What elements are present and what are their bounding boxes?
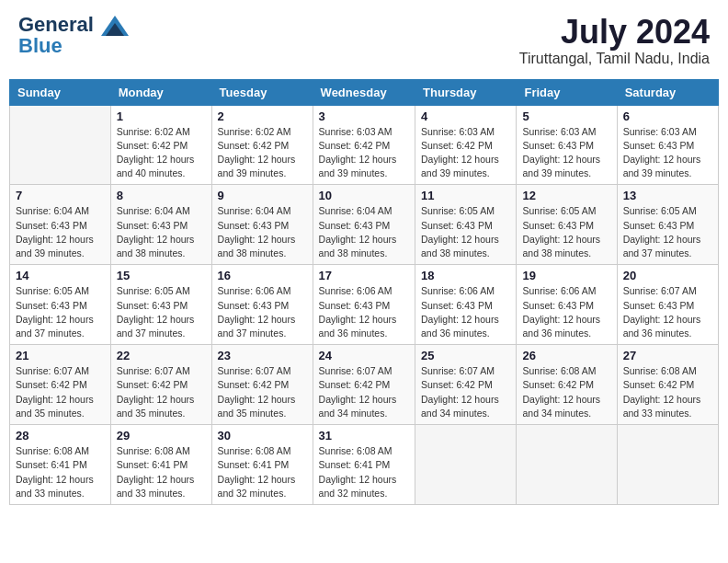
calendar-cell: 1Sunrise: 6:02 AMSunset: 6:42 PMDaylight… [110, 105, 211, 185]
calendar-cell: 19Sunrise: 6:06 AMSunset: 6:43 PMDayligh… [517, 265, 617, 345]
day-number: 11 [421, 189, 510, 202]
day-number: 15 [117, 269, 206, 282]
location-title: Tiruttangal, Tamil Nadu, India [519, 51, 710, 67]
calendar-cell: 6Sunrise: 6:03 AMSunset: 6:43 PMDaylight… [617, 105, 718, 185]
calendar-cell [10, 105, 111, 185]
day-detail: Sunrise: 6:02 AMSunset: 6:42 PMDaylight:… [218, 125, 307, 181]
day-detail: Sunrise: 6:08 AMSunset: 6:41 PMDaylight:… [218, 444, 307, 500]
day-number: 21 [16, 349, 105, 362]
day-number: 9 [218, 189, 307, 202]
day-detail: Sunrise: 6:02 AMSunset: 6:42 PMDaylight:… [117, 125, 206, 181]
calendar-cell: 25Sunrise: 6:07 AMSunset: 6:42 PMDayligh… [415, 345, 517, 425]
calendar-week-row: 1Sunrise: 6:02 AMSunset: 6:42 PMDaylight… [10, 105, 719, 185]
day-detail: Sunrise: 6:07 AMSunset: 6:42 PMDaylight:… [319, 364, 409, 420]
calendar-cell: 24Sunrise: 6:07 AMSunset: 6:42 PMDayligh… [313, 345, 415, 425]
weekday-header-thursday: Thursday [415, 79, 517, 105]
logo: General Blue [18, 14, 129, 56]
logo-blue: Blue [18, 36, 129, 56]
day-number: 25 [421, 349, 510, 362]
day-number: 13 [623, 189, 712, 202]
calendar-week-row: 21Sunrise: 6:07 AMSunset: 6:42 PMDayligh… [10, 345, 719, 425]
day-detail: Sunrise: 6:05 AMSunset: 6:43 PMDaylight:… [117, 284, 206, 340]
day-detail: Sunrise: 6:08 AMSunset: 6:41 PMDaylight:… [117, 444, 206, 500]
weekday-header-wednesday: Wednesday [313, 79, 415, 105]
day-number: 29 [117, 429, 206, 442]
calendar-cell: 28Sunrise: 6:08 AMSunset: 6:41 PMDayligh… [10, 425, 111, 505]
calendar-cell: 16Sunrise: 6:06 AMSunset: 6:43 PMDayligh… [211, 265, 313, 345]
day-number: 31 [319, 429, 409, 442]
day-number: 1 [117, 109, 206, 123]
calendar-week-row: 7Sunrise: 6:04 AMSunset: 6:43 PMDaylight… [10, 185, 719, 265]
calendar-cell [617, 425, 718, 505]
day-detail: Sunrise: 6:05 AMSunset: 6:43 PMDaylight:… [522, 204, 610, 260]
calendar-table: SundayMondayTuesdayWednesdayThursdayFrid… [9, 79, 719, 505]
day-number: 16 [218, 269, 307, 282]
day-number: 3 [319, 109, 409, 123]
day-number: 28 [16, 429, 105, 442]
day-number: 2 [218, 109, 307, 123]
calendar-cell: 11Sunrise: 6:05 AMSunset: 6:43 PMDayligh… [415, 185, 517, 265]
day-number: 18 [421, 269, 510, 282]
logo-text: General [18, 14, 129, 36]
calendar-cell: 13Sunrise: 6:05 AMSunset: 6:43 PMDayligh… [617, 185, 718, 265]
day-detail: Sunrise: 6:05 AMSunset: 6:43 PMDaylight:… [623, 204, 712, 260]
calendar-cell: 27Sunrise: 6:08 AMSunset: 6:42 PMDayligh… [617, 345, 718, 425]
day-number: 6 [623, 109, 712, 123]
day-detail: Sunrise: 6:08 AMSunset: 6:42 PMDaylight:… [522, 364, 610, 420]
calendar-cell: 20Sunrise: 6:07 AMSunset: 6:43 PMDayligh… [617, 265, 718, 345]
calendar-week-row: 14Sunrise: 6:05 AMSunset: 6:43 PMDayligh… [10, 265, 719, 345]
calendar-cell [517, 425, 617, 505]
day-detail: Sunrise: 6:04 AMSunset: 6:43 PMDaylight:… [117, 204, 206, 260]
calendar-cell: 14Sunrise: 6:05 AMSunset: 6:43 PMDayligh… [10, 265, 111, 345]
day-number: 4 [421, 109, 510, 123]
calendar-cell: 7Sunrise: 6:04 AMSunset: 6:43 PMDaylight… [10, 185, 111, 265]
calendar-cell: 18Sunrise: 6:06 AMSunset: 6:43 PMDayligh… [415, 265, 517, 345]
day-detail: Sunrise: 6:08 AMSunset: 6:42 PMDaylight:… [623, 364, 712, 420]
weekday-header-saturday: Saturday [617, 79, 718, 105]
calendar-cell: 4Sunrise: 6:03 AMSunset: 6:42 PMDaylight… [415, 105, 517, 185]
day-detail: Sunrise: 6:07 AMSunset: 6:42 PMDaylight:… [218, 364, 307, 420]
calendar-cell [415, 425, 517, 505]
day-detail: Sunrise: 6:07 AMSunset: 6:42 PMDaylight:… [117, 364, 206, 420]
weekday-header-tuesday: Tuesday [211, 79, 313, 105]
day-detail: Sunrise: 6:07 AMSunset: 6:43 PMDaylight:… [623, 284, 712, 340]
calendar-cell: 30Sunrise: 6:08 AMSunset: 6:41 PMDayligh… [211, 425, 313, 505]
day-number: 8 [117, 189, 206, 202]
calendar-cell: 15Sunrise: 6:05 AMSunset: 6:43 PMDayligh… [110, 265, 211, 345]
day-detail: Sunrise: 6:08 AMSunset: 6:41 PMDaylight:… [319, 444, 409, 500]
day-number: 10 [319, 189, 409, 202]
calendar-cell: 3Sunrise: 6:03 AMSunset: 6:42 PMDaylight… [313, 105, 415, 185]
month-title: July 2024 [519, 14, 710, 51]
weekday-header-monday: Monday [110, 79, 211, 105]
page-header: General Blue July 2024 Tiruttangal, Tami… [9, 9, 719, 72]
day-number: 24 [319, 349, 409, 362]
calendar-cell: 17Sunrise: 6:06 AMSunset: 6:43 PMDayligh… [313, 265, 415, 345]
calendar-cell: 2Sunrise: 6:02 AMSunset: 6:42 PMDaylight… [211, 105, 313, 185]
day-detail: Sunrise: 6:06 AMSunset: 6:43 PMDaylight:… [218, 284, 307, 340]
day-detail: Sunrise: 6:07 AMSunset: 6:42 PMDaylight:… [421, 364, 510, 420]
day-detail: Sunrise: 6:06 AMSunset: 6:43 PMDaylight:… [319, 284, 409, 340]
day-number: 19 [522, 269, 610, 282]
day-number: 20 [623, 269, 712, 282]
title-area: July 2024 Tiruttangal, Tamil Nadu, India [519, 14, 710, 67]
day-number: 26 [522, 349, 610, 362]
day-detail: Sunrise: 6:04 AMSunset: 6:43 PMDaylight:… [218, 204, 307, 260]
day-number: 7 [16, 189, 105, 202]
calendar-cell: 5Sunrise: 6:03 AMSunset: 6:43 PMDaylight… [517, 105, 617, 185]
calendar-cell: 26Sunrise: 6:08 AMSunset: 6:42 PMDayligh… [517, 345, 617, 425]
weekday-header-sunday: Sunday [10, 79, 111, 105]
calendar-cell: 23Sunrise: 6:07 AMSunset: 6:42 PMDayligh… [211, 345, 313, 425]
day-number: 12 [522, 189, 610, 202]
calendar-cell: 10Sunrise: 6:04 AMSunset: 6:43 PMDayligh… [313, 185, 415, 265]
day-detail: Sunrise: 6:03 AMSunset: 6:43 PMDaylight:… [522, 125, 610, 181]
calendar-cell: 8Sunrise: 6:04 AMSunset: 6:43 PMDaylight… [110, 185, 211, 265]
day-number: 22 [117, 349, 206, 362]
day-detail: Sunrise: 6:03 AMSunset: 6:43 PMDaylight:… [623, 125, 712, 181]
day-detail: Sunrise: 6:08 AMSunset: 6:41 PMDaylight:… [16, 444, 105, 500]
day-detail: Sunrise: 6:03 AMSunset: 6:42 PMDaylight:… [421, 125, 510, 181]
calendar-cell: 9Sunrise: 6:04 AMSunset: 6:43 PMDaylight… [211, 185, 313, 265]
calendar-cell: 29Sunrise: 6:08 AMSunset: 6:41 PMDayligh… [110, 425, 211, 505]
day-number: 23 [218, 349, 307, 362]
day-detail: Sunrise: 6:04 AMSunset: 6:43 PMDaylight:… [319, 204, 409, 260]
calendar-cell: 22Sunrise: 6:07 AMSunset: 6:42 PMDayligh… [110, 345, 211, 425]
